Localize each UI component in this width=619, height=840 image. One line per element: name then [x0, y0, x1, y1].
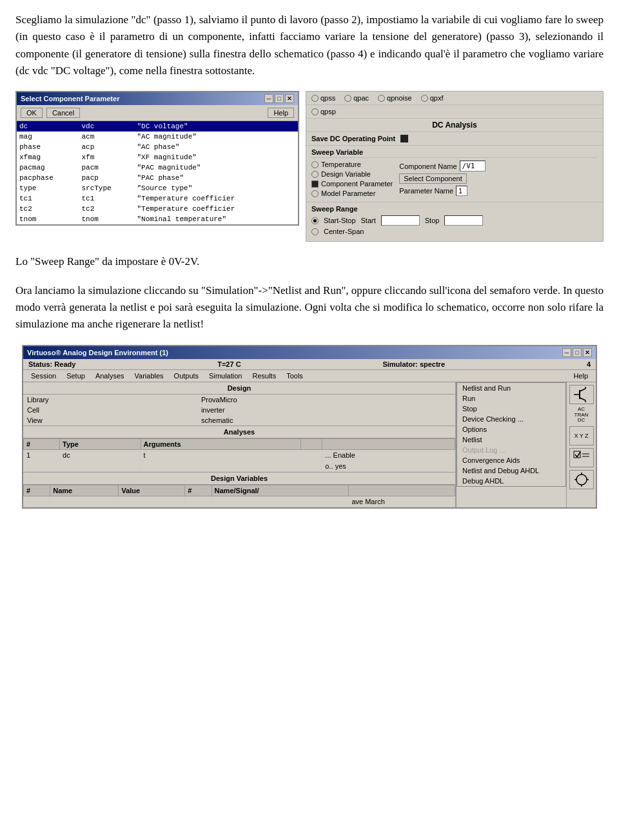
sidebar-check-btn[interactable] — [569, 448, 594, 467]
dv-row-1: ave March — [24, 496, 455, 507]
param-table-row[interactable]: tc2tc2"Temperature coefficier — [17, 204, 298, 214]
sidebar-transistor-icon[interactable] — [569, 385, 594, 404]
simulation-menu-area: Netlist and Run Run Stop Device Checking… — [456, 382, 566, 507]
param-table-row[interactable]: tc1tc1"Temperature coefficier — [17, 193, 298, 204]
param-table-row[interactable]: typesrcType"Source type" — [17, 183, 298, 193]
menu-analyses[interactable]: Analyses — [90, 371, 130, 381]
param-table-row[interactable]: magacm"AC magnitude" — [17, 132, 298, 142]
param-table-row[interactable]: xfmagxfm"XF magnitude" — [17, 152, 298, 162]
simulation-run-text: Ora lanciamo la simulazione cliccando su… — [15, 282, 604, 333]
ade-statusbar: Status: Ready T=27 C Simulator: spectre … — [23, 359, 596, 370]
center-span-radio[interactable] — [311, 228, 319, 235]
view-key: View — [23, 415, 197, 425]
param-table-row[interactable]: phaseacp"AC phase" — [17, 142, 298, 152]
enable-label: ... Enable — [325, 451, 355, 459]
qpnoise-check[interactable]: qpnoise — [378, 94, 412, 102]
temperature-radio-item: Temperature — [311, 161, 393, 168]
qpsp-check[interactable]: qpsp — [311, 108, 336, 115]
param-table-row[interactable]: pacphasepacp"PAC phase" — [17, 173, 298, 183]
component-parameter-checkbox[interactable] — [311, 181, 319, 188]
menu-device-checking[interactable]: Device Checking ... — [457, 414, 565, 424]
analyses-header-row: # Type Arguments — [24, 438, 455, 449]
ade-maximize-icon[interactable]: □ — [573, 348, 582, 357]
center-span-row: Center-Span — [311, 228, 598, 235]
temperature-radio[interactable] — [311, 161, 319, 168]
menu-outputs[interactable]: Outputs — [169, 371, 204, 381]
menu-simulation[interactable]: Simulation — [204, 371, 247, 381]
menu-netlist[interactable]: Netlist — [457, 435, 565, 445]
row2-args — [141, 460, 301, 471]
library-value: ProvaMicro — [197, 395, 455, 405]
param-cell-1-0: mag — [17, 132, 79, 142]
sidebar-xyz-btn[interactable]: X Y Z — [569, 426, 594, 445]
param-cell-2-2: "AC phase" — [134, 142, 298, 152]
menu-output-log[interactable]: Output Log ... — [457, 445, 565, 455]
menu-options[interactable]: Options — [457, 424, 565, 435]
qpss-check[interactable]: qpss — [311, 94, 335, 102]
param-cell-2-0: phase — [17, 142, 79, 152]
qpsp-row: qpsp — [306, 105, 603, 119]
dialog-titlebar: Select Component Parameter ─ □ ✕ — [17, 92, 298, 105]
cancel-button[interactable]: Cancel — [46, 108, 80, 118]
dv-r1-right: ave March — [349, 496, 455, 507]
menu-results[interactable]: Results — [247, 371, 281, 381]
menu-variables[interactable]: Variables — [130, 371, 169, 381]
menu-debug-ahdl[interactable]: Debug AHDL — [457, 476, 565, 486]
ade-body: Design Library ProvaMicro Cell inverter … — [23, 382, 596, 507]
param-cell-3-2: "XF magnitude" — [134, 152, 298, 162]
col-type: Type — [60, 438, 141, 449]
start-stop-radio[interactable] — [311, 217, 319, 224]
menu-help[interactable]: Help — [568, 371, 593, 381]
menu-netlist-and-run[interactable]: Netlist and Run — [457, 383, 565, 393]
start-stop-row: Start-Stop Start Stop — [311, 215, 598, 226]
save-dc-checkbox[interactable] — [400, 135, 408, 142]
dv-r1-value — [119, 496, 185, 507]
minimize-icon[interactable]: ─ — [264, 94, 273, 103]
maximize-icon[interactable]: □ — [275, 94, 284, 103]
right-analysis-panel: qpss qpac qpnoise qpxf qpsp — [306, 91, 604, 242]
parameter-name-label: Parameter Name — [399, 187, 453, 195]
param-cell-4-0: pacmag — [17, 162, 79, 173]
menu-convergence-aids[interactable]: Convergence Aids — [457, 455, 565, 465]
menu-run[interactable]: Run — [457, 393, 565, 404]
param-table-row[interactable]: dcvdc"DC voltage" — [17, 121, 298, 132]
start-input[interactable] — [381, 215, 420, 226]
design-variable-radio[interactable] — [311, 171, 319, 178]
dv-col-num2: # — [185, 485, 211, 496]
menu-stop[interactable]: Stop — [457, 404, 565, 414]
param-table-row[interactable]: tnomtnom"Nominal temperature" — [17, 214, 298, 224]
sweep-right-col: Component Name Select Component Paramete… — [399, 161, 485, 199]
component-name-input[interactable] — [460, 161, 486, 171]
menu-tools[interactable]: Tools — [281, 371, 308, 381]
param-cell-8-0: tc2 — [17, 204, 79, 214]
ade-minimize-icon[interactable]: ─ — [562, 348, 571, 357]
help-button[interactable]: Help — [268, 108, 294, 118]
ok-button[interactable]: OK — [21, 108, 43, 118]
close-icon[interactable]: ✕ — [285, 94, 294, 103]
param-cell-4-2: "PAC magnitude" — [134, 162, 298, 173]
menu-netlist-debug-ahdl[interactable]: Netlist and Debug AHDL — [457, 465, 565, 476]
menu-setup[interactable]: Setup — [61, 371, 90, 381]
row1-extra — [301, 449, 322, 460]
ade-close-icon[interactable]: ✕ — [583, 348, 592, 357]
param-cell-0-2: "DC voltage" — [134, 121, 298, 132]
parameter-name-input[interactable] — [456, 186, 467, 196]
model-parameter-radio[interactable] — [311, 190, 319, 197]
ade-temp: T=27 C — [217, 360, 241, 368]
param-cell-1-1: acm — [79, 132, 134, 142]
qpxf-check[interactable]: qpxf — [421, 94, 444, 102]
stop-input[interactable] — [444, 215, 483, 226]
component-parameter-radio-item: Component Parameter — [311, 180, 393, 188]
temperature-label: Temperature — [321, 161, 361, 168]
ade-main: Design Library ProvaMicro Cell inverter … — [23, 382, 456, 507]
select-component-button[interactable]: Select Component — [399, 173, 467, 184]
menu-session[interactable]: Session — [26, 371, 61, 381]
yes-label: o.. yes — [325, 462, 346, 470]
model-parameter-radio-item: Model Parameter — [311, 190, 393, 197]
svg-point-9 — [576, 474, 587, 485]
sidebar-tool-btn[interactable] — [569, 470, 594, 489]
library-row: Library ProvaMicro — [23, 395, 455, 405]
param-table-row[interactable]: pacmagpacm"PAC magnitude" — [17, 162, 298, 173]
qpac-check[interactable]: qpac — [344, 94, 369, 102]
param-cell-7-0: tc1 — [17, 193, 79, 204]
